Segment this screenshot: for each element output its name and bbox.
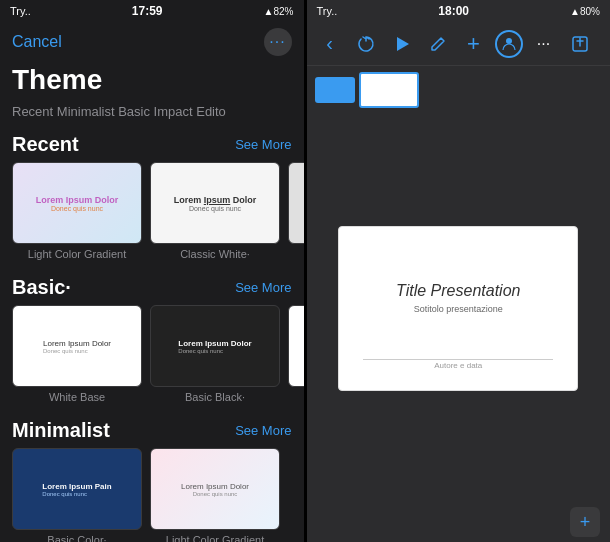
main-slide-area: Title Presentation Sotitolo presentazion…	[307, 114, 611, 502]
top-bar: Cancel ···	[0, 22, 304, 60]
slide-thumb-selected[interactable]	[315, 77, 355, 103]
thumb-content: Lorem Ipsum Dolor Donec quis nunc	[36, 195, 119, 212]
share-button[interactable]	[565, 29, 595, 59]
more-button[interactable]: ···	[264, 28, 292, 56]
section-recent: Recent See More Lorem Ipsum Dolor Donec …	[0, 125, 304, 260]
main-slide[interactable]: Title Presentation Sotitolo presentazion…	[338, 226, 578, 391]
slide-title: Title Presentation	[396, 282, 520, 300]
partial-card-basic	[288, 305, 304, 403]
theme-thumbnail-classic-white: Lorem Ipsum Dolor Donec quis nunc	[150, 162, 280, 244]
time-left: 17:59	[132, 4, 163, 18]
dots-button[interactable]: ···	[529, 29, 559, 59]
section-title-minimalist: Minimalist	[12, 419, 110, 442]
theme-card-light-gradient[interactable]: Lorem Ipsum Dolor Donec quis nunc Light …	[12, 162, 142, 260]
status-bar-right: Try.. 18:00 ▲80%	[307, 0, 611, 22]
filter-bar[interactable]: Recent Minimalist Basic Impact Edito	[0, 102, 304, 125]
add-button[interactable]: +	[459, 29, 489, 59]
svg-marker-0	[397, 37, 409, 51]
theme-label-basic-black: Basic Black·	[150, 391, 280, 403]
theme-thumbnail-light-gradient2: Lorem Ipsum Dolor Donec quis nunc	[150, 448, 280, 530]
right-panel: Try.. 18:00 ▲80% ‹ +	[307, 0, 611, 542]
theme-label-basic-color: Basic Color·	[12, 534, 142, 542]
add-slide-icon: +	[580, 512, 591, 533]
see-more-minimalist[interactable]: See More	[235, 423, 291, 438]
time-right: 18:00	[438, 4, 469, 18]
slide-subtitle: Sotitolo presentazione	[414, 304, 503, 314]
slide-divider-line	[363, 359, 553, 360]
status-icons-right: ▲80%	[570, 6, 600, 17]
add-slide-button[interactable]: +	[570, 507, 600, 537]
partial-thumb	[288, 305, 304, 387]
theme-card-basic-black[interactable]: Lorem Ipsum Dolor Donec quis nunc Basic …	[150, 305, 280, 403]
theme-label-light-gradient: Light Color Gradient	[12, 248, 142, 260]
section-minimalist: Minimalist See More Lorem Ipsum Pain Don…	[0, 411, 304, 542]
slide-thumb-white[interactable]	[359, 72, 419, 108]
thumb-content: Lorem Ipsum Dolor Donec quis nunc	[174, 195, 257, 212]
thumb-content: Lorem Ipsum Dolor Donec quis nunc	[173, 474, 257, 505]
section-header-basic: Basic· See More	[0, 268, 304, 305]
slide-date: Autore e data	[434, 361, 482, 370]
theme-thumbnail-white-base: Lorem Ipsum Dolor Donec quis nunc	[12, 305, 142, 387]
see-more-recent[interactable]: See More	[235, 137, 291, 152]
back-button[interactable]: ‹	[315, 29, 345, 59]
signal-left: ▲82%	[264, 6, 294, 17]
play-button[interactable]	[387, 29, 417, 59]
pen-button[interactable]	[423, 29, 453, 59]
theme-grid-basic: Lorem Ipsum Dolor Donec quis nunc White …	[0, 305, 304, 403]
thumb-content: Lorem Ipsum Pain Donec quis nunc	[34, 474, 119, 505]
theme-thumbnail-basic-black: Lorem Ipsum Dolor Donec quis nunc	[150, 305, 280, 387]
theme-thumbnail-basic-color: Lorem Ipsum Pain Donec quis nunc	[12, 448, 142, 530]
see-more-basic[interactable]: See More	[235, 280, 291, 295]
slide-selector	[307, 66, 611, 114]
forward-button[interactable]	[351, 29, 381, 59]
carrier-right: Try..	[317, 5, 338, 17]
theme-card-basic-color[interactable]: Lorem Ipsum Pain Donec quis nunc Basic C…	[12, 448, 142, 542]
thumb-content: Lorem Ipsum Dolor Donec quis nunc	[35, 331, 119, 362]
theme-label-classic-white: Classic White·	[150, 248, 280, 260]
section-title-recent: Recent	[12, 133, 79, 156]
signal-right: ▲80%	[570, 6, 600, 17]
toolbar: ‹ + ···	[307, 22, 611, 66]
section-header-recent: Recent See More	[0, 125, 304, 162]
page-title: Theme	[0, 60, 304, 102]
section-header-minimalist: Minimalist See More	[0, 411, 304, 448]
theme-label-white-base: White Base	[12, 391, 142, 403]
left-panel: Try.. 17:59 ▲82% Cancel ··· Theme Recent…	[0, 0, 304, 542]
theme-card-light-gradient2[interactable]: Lorem Ipsum Dolor Donec quis nunc Light …	[150, 448, 280, 542]
theme-list: Recent See More Lorem Ipsum Dolor Donec …	[0, 125, 304, 542]
theme-thumbnail-light-gradient: Lorem Ipsum Dolor Donec quis nunc	[12, 162, 142, 244]
thumb-content: Lorem Ipsum Dolor Donec quis nunc	[170, 331, 259, 362]
partial-card-recent	[288, 162, 304, 260]
status-bar-left: Try.. 17:59 ▲82%	[0, 0, 304, 22]
theme-label-light-gradient2: Light Color Gradient	[150, 534, 280, 542]
theme-card-classic-white[interactable]: Lorem Ipsum Dolor Donec quis nunc Classi…	[150, 162, 280, 260]
more-dots-icon: ···	[269, 33, 285, 51]
person-button[interactable]	[495, 30, 523, 58]
section-title-basic: Basic·	[12, 276, 71, 299]
status-icons-left: ▲82%	[264, 6, 294, 17]
theme-grid-recent: Lorem Ipsum Dolor Donec quis nunc Light …	[0, 162, 304, 260]
section-basic: Basic· See More Lorem Ipsum Dolor Donec …	[0, 268, 304, 403]
svg-point-1	[506, 38, 512, 44]
carrier-left: Try..	[10, 5, 31, 17]
theme-grid-minimalist: Lorem Ipsum Pain Donec quis nunc Basic C…	[0, 448, 304, 542]
bottom-bar: +	[307, 502, 611, 542]
partial-thumb	[288, 162, 304, 244]
cancel-button[interactable]: Cancel	[12, 33, 62, 51]
theme-card-white-base[interactable]: Lorem Ipsum Dolor Donec quis nunc White …	[12, 305, 142, 403]
